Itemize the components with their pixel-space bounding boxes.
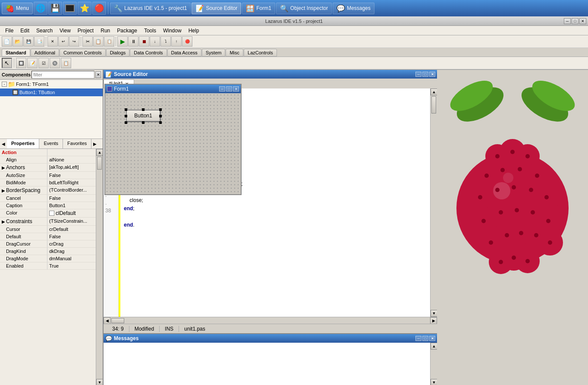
- fd-close-btn[interactable]: ✕: [233, 86, 239, 92]
- se-close-btn[interactable]: ✕: [429, 72, 435, 77]
- menu-help[interactable]: Help: [185, 27, 203, 35]
- taskbar-monitor-btn[interactable]: [63, 2, 77, 15]
- tree-item-form[interactable]: - 📁 Form1: TForm1: [0, 80, 103, 88]
- paste-btn[interactable]: 📋: [104, 36, 114, 47]
- prop-value-borderspacing[interactable]: (TControlBorder...: [47, 186, 103, 194]
- cut-btn[interactable]: ✂: [82, 36, 93, 47]
- prop-value-caption[interactable]: Button1: [47, 202, 103, 209]
- save-file-btn[interactable]: 💾: [23, 36, 34, 47]
- palette-tab-system[interactable]: System: [202, 49, 226, 57]
- inspector-nav-left[interactable]: ◀: [0, 139, 7, 148]
- scroll-down-btn[interactable]: ▼: [96, 379, 103, 385]
- prop-value-color[interactable]: clDefault: [47, 209, 103, 217]
- redo-btn[interactable]: ↪: [69, 36, 79, 47]
- taskbar-globe-btn[interactable]: 🌐: [34, 2, 47, 15]
- msg-scroll-up[interactable]: ▲: [431, 343, 437, 350]
- close-file-btn[interactable]: ✕: [47, 36, 58, 47]
- menu-edit[interactable]: Edit: [17, 27, 33, 35]
- undo-btn[interactable]: ↩: [58, 36, 69, 47]
- maximize-btn[interactable]: □: [572, 18, 579, 24]
- se-minimize-btn[interactable]: ─: [415, 72, 421, 77]
- code-scroll-h-thumb[interactable]: [111, 318, 124, 323]
- step-over-btn[interactable]: ⤵: [160, 36, 171, 47]
- menu-package[interactable]: Package: [113, 27, 141, 35]
- breakpoint-btn[interactable]: 🔴: [182, 36, 192, 47]
- form-body[interactable]: Button1: [105, 93, 241, 194]
- code-scroll-thumb[interactable]: [431, 96, 436, 114]
- msg-close-btn[interactable]: ✕: [429, 336, 435, 341]
- se-maximize-btn[interactable]: □: [422, 72, 428, 77]
- inspector-tab-favorites[interactable]: Favorites: [63, 139, 91, 148]
- palette-tab-common-controls[interactable]: Common Controls: [60, 49, 106, 57]
- prop-value-cursor[interactable]: crDefault: [47, 226, 103, 233]
- inspector-tab-properties[interactable]: Properties: [7, 139, 39, 148]
- run-btn[interactable]: ▶: [117, 36, 128, 47]
- msg-minimize-btn[interactable]: ─: [415, 336, 421, 341]
- palette-tab-dialogs[interactable]: Dialogs: [106, 49, 130, 57]
- palette-tab-standard[interactable]: Standard: [2, 49, 30, 57]
- scroll-thumb-v[interactable]: [97, 157, 102, 170]
- palette-tab-data-controls[interactable]: Data Controls: [130, 49, 167, 57]
- taskbar-form-btn[interactable]: 🪟 Form1: [242, 3, 275, 14]
- prop-value-dragkind[interactable]: dkDrag: [47, 248, 103, 255]
- prop-value-default[interactable]: False: [47, 233, 103, 240]
- taskbar-menu-btn[interactable]: 🍓 Menu: [2, 3, 33, 14]
- menu-project[interactable]: Project: [74, 27, 97, 35]
- copy-btn[interactable]: 📋: [93, 36, 104, 47]
- taskbar-star-btn[interactable]: ⭐: [78, 2, 91, 15]
- prop-value-autosize[interactable]: False: [47, 172, 103, 179]
- component-icon-4[interactable]: 🔘: [50, 58, 60, 68]
- code-scroll-down[interactable]: ▼: [431, 310, 437, 317]
- code-scroll-up[interactable]: ▲: [431, 88, 437, 95]
- prop-value-cancel[interactable]: False: [47, 195, 103, 202]
- stop-btn[interactable]: ⏹: [139, 36, 149, 47]
- component-icon-2[interactable]: 📝: [27, 58, 38, 68]
- code-scrollbar-v[interactable]: ▲ ▼: [430, 88, 437, 317]
- properties-scrollbar[interactable]: ▲ ▼: [96, 149, 103, 385]
- tree-close-btn[interactable]: ✕: [95, 71, 101, 78]
- step-out-btn[interactable]: ↑: [171, 36, 182, 47]
- pointer-tool[interactable]: ↖: [2, 58, 12, 68]
- prop-value-align[interactable]: alNone: [47, 156, 103, 163]
- msg-scroll-down[interactable]: ▼: [431, 379, 437, 385]
- inspector-tab-events[interactable]: Events: [39, 139, 63, 148]
- msg-maximize-btn[interactable]: □: [422, 336, 428, 341]
- palette-tab-misc[interactable]: Misc: [226, 49, 243, 57]
- prop-value-enabled[interactable]: True: [47, 262, 103, 269]
- component-icon-1[interactable]: 🔲: [16, 58, 26, 68]
- palette-tab-lazcontrols[interactable]: LazControls: [244, 49, 277, 57]
- prop-value-constraints[interactable]: (TSizeConstrain...: [47, 218, 103, 225]
- menu-file[interactable]: File: [2, 27, 17, 35]
- taskbar-save-btn[interactable]: 💾: [48, 2, 62, 15]
- minimize-btn[interactable]: ─: [564, 18, 571, 24]
- tree-filter-input[interactable]: [31, 71, 94, 79]
- step-into-btn[interactable]: ↓: [150, 36, 160, 47]
- palette-tab-additional[interactable]: Additional: [31, 49, 59, 57]
- code-scroll-left[interactable]: ◀: [104, 317, 110, 324]
- prop-value-anchors[interactable]: [akTop,akLeft]: [47, 164, 103, 171]
- messages-scrollbar-v[interactable]: ▲ ▼: [430, 343, 437, 385]
- menu-tools[interactable]: Tools: [141, 27, 160, 35]
- taskbar-bug-btn[interactable]: 🔴: [92, 2, 106, 15]
- constraints-expand-icon[interactable]: ▶: [2, 219, 6, 224]
- borderspacing-expand-icon[interactable]: ▶: [2, 188, 6, 193]
- taskbar-lazarus-btn[interactable]: 🔧 Lazarus IDE v1.5 - project1: [110, 3, 191, 14]
- code-scroll-right[interactable]: ▶: [430, 317, 437, 324]
- taskbar-inspector-btn[interactable]: 🔍 Object Inspector: [276, 3, 332, 14]
- anchors-expand-icon[interactable]: ▶: [2, 165, 6, 170]
- open-btn[interactable]: 📂: [13, 36, 23, 47]
- prop-value-action[interactable]: [47, 149, 103, 156]
- menu-view[interactable]: View: [56, 27, 74, 35]
- close-btn[interactable]: ✕: [579, 18, 586, 24]
- save-all-btn[interactable]: 📑: [34, 36, 44, 47]
- taskbar-source-btn[interactable]: 📝 Source Editor: [192, 3, 241, 14]
- new-btn[interactable]: 📄: [2, 36, 12, 47]
- prop-value-dragcursor[interactable]: crDrag: [47, 240, 103, 247]
- menu-run[interactable]: Run: [97, 27, 113, 35]
- prop-value-bidimode[interactable]: bdLeftToRight: [47, 179, 103, 186]
- pause-btn[interactable]: ⏸: [128, 36, 138, 47]
- form-button1[interactable]: Button1: [126, 110, 160, 122]
- component-icon-3[interactable]: ☑: [38, 58, 49, 68]
- menu-search[interactable]: Search: [33, 27, 56, 35]
- taskbar-messages-btn[interactable]: 💬 Messages: [333, 3, 374, 14]
